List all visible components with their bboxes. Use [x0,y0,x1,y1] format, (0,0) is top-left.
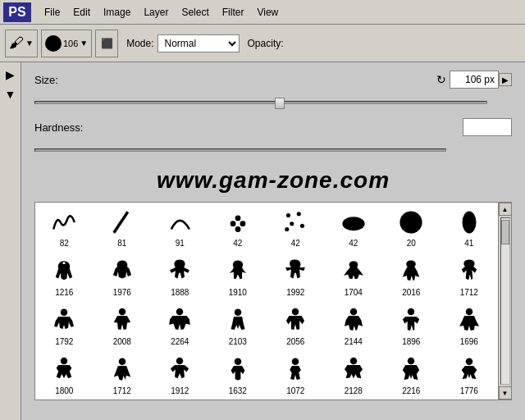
brush-shape-7 [443,208,496,237]
svg-point-8 [300,224,304,228]
brush-preset-7[interactable]: 41 [441,203,499,252]
scroll-track [500,217,510,385]
brush-preset-4[interactable]: 42 [267,203,325,252]
brush-preset-13[interactable]: 1704 [325,252,383,301]
brush-preset-26[interactable]: 1912 [151,350,209,399]
brush-shape-12 [269,257,322,286]
brush-preset-25[interactable]: 1712 [94,350,152,399]
brush-shape-18 [153,306,207,336]
brush-size-dropdown-arrow[interactable]: ▼ [80,39,88,48]
refresh-icon[interactable]: ↻ [436,73,446,86]
brush-preset-10[interactable]: 1888 [151,252,209,301]
brush-dropdown-arrow[interactable]: ▼ [25,39,34,48]
menu-layer[interactable]: Layer [137,4,175,21]
left-panel: ▶ ▼ [0,62,21,420]
brush-size-label-29: 2128 [345,386,363,395]
brush-preset-20[interactable]: 2056 [267,301,325,350]
mode-select[interactable]: Normal Dissolve Multiply Screen Overlay [158,34,240,52]
brush-preset-28[interactable]: 1072 [267,350,325,399]
svg-point-24 [292,358,299,366]
brush-shape-11 [212,257,265,286]
brush-preset-18[interactable]: 2264 [151,301,209,350]
left-tool-arrow[interactable]: ▶ [2,66,20,84]
brush-shape-23 [443,306,496,336]
brush-preset-31[interactable]: 1776 [441,350,499,399]
hardness-input[interactable] [463,118,512,136]
toolbar: 🖌 ▼ 106 ▼ ⬛ Mode: Normal Dissolve Multip… [0,25,525,62]
brush-preset-5[interactable]: 42 [325,203,383,252]
brush-preset-1[interactable]: 81 [94,203,152,252]
svg-point-11 [400,211,422,233]
scroll-up-button[interactable]: ▲ [499,203,512,216]
size-arrow-right[interactable]: ▶ [499,73,512,86]
brush-preset-22[interactable]: 1896 [382,301,441,350]
scroll-thumb[interactable] [501,220,509,244]
brush-preset-19[interactable]: 2103 [209,301,267,350]
menu-file[interactable]: File [38,4,66,21]
brush-shape-1 [96,208,149,237]
menu-filter[interactable]: Filter [216,4,251,21]
size-input[interactable] [450,71,499,89]
size-slider-thumb[interactable] [275,98,285,109]
brush-shape-20 [269,306,322,336]
hardness-label: Hardness: [34,121,100,134]
svg-point-3 [240,221,245,226]
hardness-row: Hardness: [34,118,512,136]
brush-size-label-20: 2056 [286,337,304,346]
brush-size-label-17: 2008 [113,337,131,346]
brush-preset-24[interactable]: 1800 [35,350,94,399]
menu-select[interactable]: Select [175,4,215,21]
brush-preset-6[interactable]: 20 [382,203,441,252]
svg-point-7 [290,221,294,226]
svg-point-22 [176,358,184,365]
left-tool-down[interactable]: ▼ [2,85,20,103]
brush-preset-3[interactable]: 42 [209,203,267,252]
brush-preset-9[interactable]: 1976 [94,252,152,301]
svg-point-17 [350,308,358,316]
brush-preset-30[interactable]: 2216 [382,350,441,399]
brush-presets-container: 8281914242422041121619761888191019921704… [34,202,512,400]
scroll-down-button[interactable]: ▼ [499,386,512,399]
brush-size-label-18: 2264 [171,337,189,346]
brush-shape-17 [96,306,149,336]
brush-preset-15[interactable]: 1712 [441,252,499,301]
brush-preset-2[interactable]: 91 [151,203,209,252]
brush-size-label-8: 1216 [55,288,73,297]
brush-shape-10 [153,257,207,286]
brush-size-label-5: 42 [349,239,358,248]
opacity-label: Opacity: [248,38,284,49]
brush-preset-27[interactable]: 1632 [209,350,267,399]
brush-preset-16[interactable]: 1792 [35,301,94,350]
svg-point-26 [408,358,415,365]
brush-preset-11[interactable]: 1910 [209,252,267,301]
brush-mode-button[interactable]: ⬛ [95,30,118,57]
brush-preset-12[interactable]: 1992 [267,252,325,301]
brush-size-label-26: 1912 [171,386,189,395]
brush-size-label-7: 41 [464,239,473,248]
brush-shape-30 [385,355,438,385]
brush-preset-23[interactable]: 1696 [441,301,499,350]
ps-logo: PS [3,2,31,22]
brush-preset-17[interactable]: 2008 [94,301,152,350]
brush-preset-14[interactable]: 2016 [382,252,441,301]
brush-shape-4 [269,208,322,237]
svg-point-10 [342,217,364,231]
menu-image[interactable]: Image [97,4,137,21]
brush-size-label-27: 1632 [229,386,247,395]
brush-size-label-30: 2216 [402,386,420,395]
svg-point-18 [408,308,415,316]
brush-size-box[interactable]: 106 ▼ [41,30,92,57]
brush-tool-button[interactable]: 🖌 ▼ [5,30,38,57]
brush-shape-3 [212,208,265,237]
brush-shape-27 [212,355,265,385]
brush-preset-0[interactable]: 82 [35,203,94,252]
menu-bar: PS File Edit Image Layer Select Filter V… [0,0,525,25]
brush-size-label-19: 2103 [229,337,247,346]
brush-preset-8[interactable]: 1216 [35,252,94,301]
svg-point-1 [235,216,240,221]
brush-preset-29[interactable]: 2128 [325,350,383,399]
brush-preset-21[interactable]: 2144 [325,301,383,350]
menu-view[interactable]: View [250,4,285,21]
brush-size-label-12: 1992 [286,288,304,297]
menu-edit[interactable]: Edit [66,4,97,21]
